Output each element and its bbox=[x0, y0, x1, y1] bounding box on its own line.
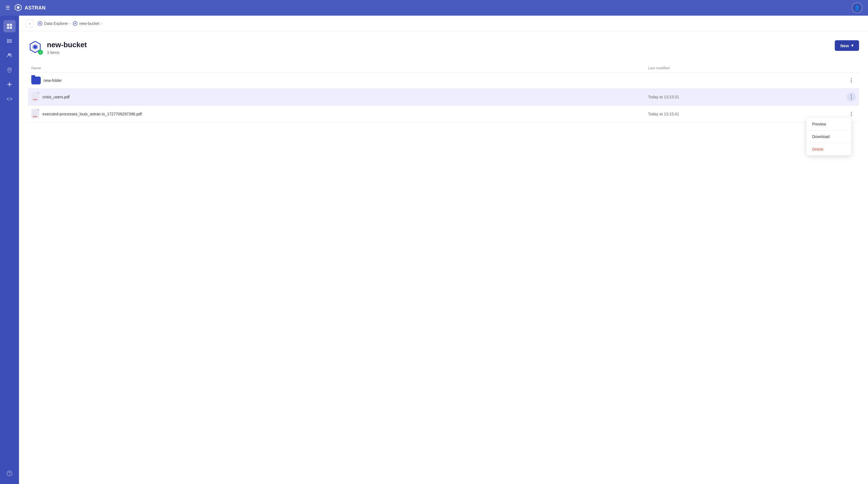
code-icon bbox=[6, 96, 12, 102]
breadcrumb-data-explorer-icon bbox=[37, 21, 42, 26]
file1-modified: Today at 13:23:31 bbox=[648, 95, 679, 99]
svg-point-2 bbox=[17, 7, 19, 8]
file-row-name: new-folder bbox=[31, 77, 641, 84]
logo-icon bbox=[14, 4, 22, 12]
svg-line-15 bbox=[9, 97, 10, 100]
context-menu-preview[interactable]: Preview bbox=[807, 118, 851, 130]
data-explorer-icon bbox=[6, 23, 12, 29]
breadcrumb-bucket[interactable]: new-bucket bbox=[72, 21, 99, 26]
pdf-corner bbox=[37, 109, 39, 111]
file2-more-button[interactable]: ⋮ bbox=[847, 110, 856, 119]
sidebar-item-plugin[interactable] bbox=[3, 78, 16, 91]
breadcrumb-chevron-2: › bbox=[101, 21, 102, 26]
users-icon bbox=[6, 52, 12, 58]
breadcrumb-label-explorer: Data Explorer bbox=[44, 21, 68, 26]
file1-more-button[interactable]: ⋮ bbox=[847, 92, 856, 101]
context-menu-delete[interactable]: Delete bbox=[807, 143, 851, 155]
grid-icon bbox=[6, 38, 12, 44]
file2-modified: Today at 13:15:41 bbox=[648, 112, 679, 116]
breadcrumb-data-explorer[interactable]: Data Explorer bbox=[37, 21, 68, 26]
svg-rect-3 bbox=[7, 24, 9, 26]
svg-point-17 bbox=[9, 475, 10, 475]
content-area: ✓ new-bucket 3 items New ▾ Name bbox=[19, 31, 868, 484]
table-row[interactable]: crisis_users.pdf Today at 13:23:31 ⋮ bbox=[28, 89, 859, 105]
fingerprint-icon bbox=[6, 67, 12, 73]
plugin-icon bbox=[6, 81, 12, 88]
svg-rect-10 bbox=[7, 38, 8, 43]
table-row[interactable]: new-folder ⋮ bbox=[28, 73, 859, 89]
col-modified: Last modified bbox=[645, 64, 843, 73]
sidebar bbox=[0, 16, 19, 484]
topbar: ☰ ASTRAN 👤 bbox=[0, 0, 868, 16]
new-button[interactable]: New ▾ bbox=[835, 40, 859, 51]
breadcrumb-bar: ‹ Data Explorer › new-bu bbox=[19, 16, 868, 31]
svg-rect-5 bbox=[7, 27, 9, 29]
folder-name: new-folder bbox=[43, 78, 62, 83]
svg-point-12 bbox=[10, 53, 12, 55]
breadcrumb-chevron-1: › bbox=[70, 21, 71, 26]
file-name-cell: executed-processes_louis_astran.io_17277… bbox=[28, 105, 645, 123]
folder-icon bbox=[31, 77, 41, 84]
context-menu: Preview Download Delete bbox=[807, 118, 851, 155]
sidebar-item-fingerprint[interactable] bbox=[3, 64, 16, 76]
file2-name: executed-processes_louis_astran.io_17277… bbox=[42, 112, 142, 116]
layout: ‹ Data Explorer › new-bu bbox=[0, 16, 868, 484]
col-name: Name bbox=[28, 64, 645, 73]
new-button-chevron: ▾ bbox=[851, 43, 854, 48]
svg-point-24 bbox=[33, 45, 37, 49]
svg-rect-6 bbox=[10, 27, 12, 29]
file-modified-cell: Today at 13:23:31 bbox=[645, 89, 843, 105]
pdf-icon-wrap bbox=[31, 92, 40, 102]
svg-rect-14 bbox=[9, 84, 10, 86]
table-row[interactable]: executed-processes_louis_astran.io_17277… bbox=[28, 105, 859, 123]
file-modified-cell bbox=[645, 73, 843, 89]
file-row-name: crisis_users.pdf bbox=[31, 92, 641, 102]
pdf-icon-wrap bbox=[31, 109, 40, 119]
topbar-left: ☰ ASTRAN bbox=[6, 4, 45, 12]
folder-more-button[interactable]: ⋮ bbox=[847, 76, 856, 85]
svg-rect-4 bbox=[10, 24, 12, 26]
table-header: Name Last modified bbox=[28, 64, 859, 73]
bucket-count: 3 items bbox=[47, 50, 87, 55]
sidebar-item-users[interactable] bbox=[3, 49, 16, 61]
svg-point-21 bbox=[74, 23, 76, 24]
bucket-verified-icon: ✓ bbox=[38, 50, 43, 55]
sidebar-item-data[interactable] bbox=[3, 20, 16, 32]
logo-text: ASTRAN bbox=[25, 5, 45, 11]
bucket-info: ✓ new-bucket 3 items bbox=[28, 40, 87, 55]
bucket-title: new-bucket bbox=[47, 40, 87, 49]
pdf-corner bbox=[37, 92, 39, 94]
breadcrumb-label-bucket: new-bucket bbox=[79, 21, 99, 26]
file-name-cell: crisis_users.pdf bbox=[28, 89, 645, 105]
sidebar-item-grid[interactable] bbox=[3, 35, 16, 47]
bucket-header: ✓ new-bucket 3 items New ▾ bbox=[28, 40, 859, 55]
file-row-name: executed-processes_louis_astran.io_17277… bbox=[31, 109, 641, 119]
breadcrumb: Data Explorer › new-bucket › bbox=[37, 21, 102, 26]
pdf-icon bbox=[31, 92, 39, 101]
file-name-cell: new-folder bbox=[28, 73, 645, 89]
bucket-title-group: new-bucket 3 items bbox=[47, 40, 87, 55]
menu-icon[interactable]: ☰ bbox=[6, 5, 10, 11]
main-content: ‹ Data Explorer › new-bu bbox=[19, 16, 868, 484]
svg-point-13 bbox=[9, 69, 10, 70]
sidebar-item-code[interactable] bbox=[3, 93, 16, 105]
context-menu-download[interactable]: Download bbox=[807, 130, 851, 143]
file-table: Name Last modified new-folder bbox=[28, 64, 859, 123]
svg-point-19 bbox=[39, 23, 41, 24]
bucket-icon-wrap: ✓ bbox=[28, 40, 42, 55]
file1-name: crisis_users.pdf bbox=[42, 95, 69, 99]
avatar-button[interactable]: 👤 bbox=[852, 2, 862, 13]
back-button[interactable]: ‹ bbox=[26, 20, 33, 27]
help-icon bbox=[6, 470, 12, 477]
logo: ASTRAN bbox=[14, 4, 45, 12]
sidebar-item-help[interactable] bbox=[3, 467, 16, 480]
avatar-icon: 👤 bbox=[854, 5, 860, 11]
breadcrumb-bucket-icon bbox=[72, 21, 78, 26]
pdf-icon bbox=[31, 109, 39, 119]
new-button-label: New bbox=[840, 43, 849, 48]
svg-point-11 bbox=[8, 53, 10, 55]
table-body: new-folder ⋮ bbox=[28, 73, 859, 123]
